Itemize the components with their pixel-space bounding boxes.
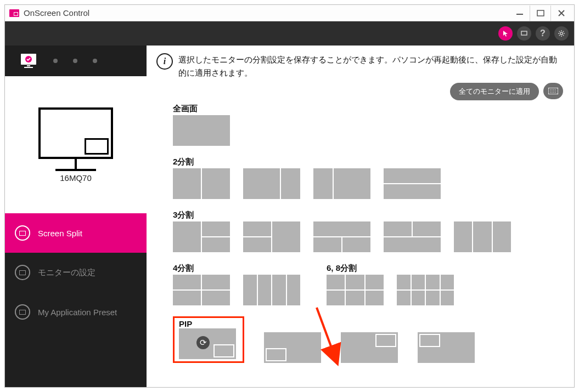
svg-line-13 (559, 35, 560, 36)
section-title: 全画面 (173, 104, 563, 114)
layout-3-right[interactable] (243, 221, 300, 252)
layout-2-right-wide[interactable] (313, 168, 370, 199)
layout-3-columns[interactable] (454, 221, 511, 252)
monitor-preview: 16MQ70 (5, 76, 147, 213)
svg-rect-1 (537, 10, 544, 16)
section-68split: 6, 8分割 (327, 263, 454, 305)
layout-pip-top-left[interactable] (418, 332, 475, 363)
refresh-icon[interactable]: ⟳ (196, 336, 210, 349)
help-icon[interactable]: ? (536, 26, 550, 41)
keyboard-icon-button[interactable] (543, 83, 563, 99)
window-title: OnScreen Control (24, 8, 89, 18)
layout-3-bottom[interactable] (384, 221, 441, 252)
apply-all-monitors-button[interactable]: 全てのモニターに適用 (450, 83, 539, 100)
info-icon: i (156, 53, 173, 70)
sidebar: 16MQ70 Screen Split モニターの設定 My Applicati… (5, 46, 147, 387)
app-window: OnScreen Control ? (4, 4, 575, 388)
screen-split-icon (15, 225, 30, 241)
monitor-settings-icon (15, 265, 30, 280)
layout-4-quad[interactable] (173, 275, 230, 305)
layout-3-left[interactable] (173, 221, 230, 252)
sidebar-tab-dot[interactable] (93, 59, 97, 63)
section-fullscreen: 全画面 (173, 104, 563, 146)
toolbar: ? (5, 21, 574, 46)
layout-2-horizontal[interactable] (384, 168, 441, 199)
section-3split: 3分割 (173, 210, 563, 252)
nav-label: Screen Split (38, 229, 82, 238)
sidebar-tabs (5, 46, 147, 76)
section-title: 2分割 (173, 157, 563, 167)
section-title: PIP (179, 319, 239, 328)
layout-pip-top-right[interactable] (341, 332, 398, 363)
monitor-model-label: 16MQ70 (60, 173, 92, 183)
layout-fullscreen[interactable] (173, 115, 230, 146)
app-preset-icon (15, 304, 30, 320)
nav-monitor-settings[interactable]: モニターの設定 (5, 253, 147, 292)
svg-line-10 (559, 31, 560, 32)
layout-8[interactable] (397, 275, 454, 305)
svg-rect-18 (548, 88, 558, 94)
maximize-button[interactable] (530, 5, 551, 21)
close-button[interactable] (551, 5, 572, 21)
section-4split: 4分割 (173, 263, 300, 305)
layout-pip-bottom-right[interactable]: ⟳ (179, 328, 236, 359)
svg-rect-4 (521, 31, 527, 35)
pip-highlight-box: PIP ⟳ (173, 316, 244, 363)
nav-screen-split[interactable]: Screen Split (5, 213, 147, 253)
layout-2-vertical[interactable] (173, 168, 230, 199)
layout-4-columns[interactable] (243, 275, 300, 305)
app-icon (9, 9, 19, 17)
section-title: 4分割 (173, 263, 300, 274)
nav-app-preset[interactable]: My Application Preset (5, 292, 147, 332)
layout-6[interactable] (327, 275, 384, 305)
section-title: 3分割 (173, 210, 563, 220)
svg-point-5 (560, 32, 563, 35)
sidebar-tab-dot[interactable] (53, 59, 58, 63)
section-2split: 2分割 (173, 157, 563, 199)
layout-3-top[interactable] (313, 221, 370, 252)
tool-cursor-icon[interactable] (498, 26, 513, 41)
titlebar: OnScreen Control (5, 5, 574, 21)
sidebar-tab-active-icon[interactable] (19, 53, 38, 69)
layout-2-left-wide[interactable] (243, 168, 300, 199)
tool-monitor-icon[interactable] (517, 26, 531, 41)
gear-icon[interactable] (554, 26, 569, 41)
nav-label: My Application Preset (38, 308, 117, 317)
minimize-button[interactable] (509, 5, 530, 21)
section-title: 6, 8分割 (327, 263, 454, 274)
nav-label: モニターの設定 (38, 268, 95, 278)
svg-line-12 (563, 31, 564, 32)
svg-rect-17 (24, 67, 33, 68)
content-area: i 選択したモニターの分割設定を保存することができます。パソコンが再起動後に、保… (147, 46, 574, 387)
monitor-icon (38, 107, 113, 159)
description-text: 選択したモニターの分割設定を保存することができます。パソコンが再起動後に、保存し… (178, 53, 563, 79)
svg-rect-16 (27, 65, 30, 66)
nav-list: Screen Split モニターの設定 My Application Pres… (5, 213, 147, 387)
sidebar-tab-dot[interactable] (73, 59, 77, 63)
layout-pip-bottom-left[interactable] (264, 332, 321, 363)
svg-line-11 (563, 35, 564, 36)
